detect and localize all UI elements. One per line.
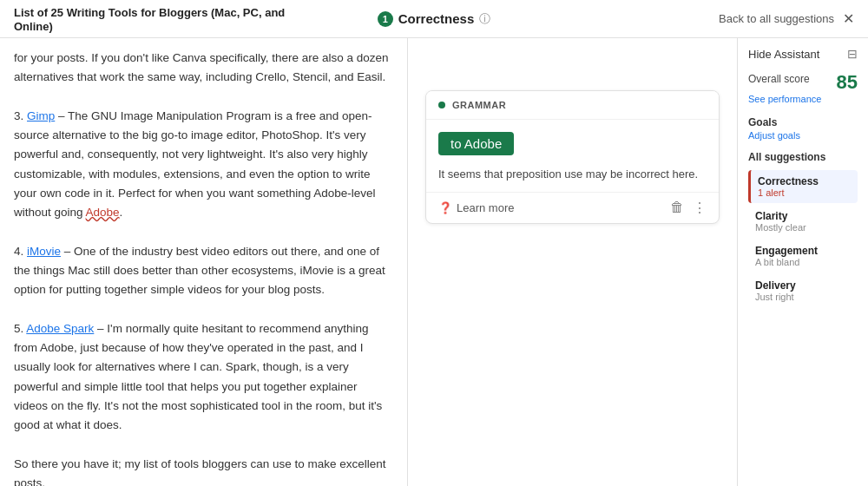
paragraph-4: 5. Adobe Spark – I'm normally quite hesi…: [14, 319, 393, 436]
suggestion-description: It seems that preposition use may be inc…: [438, 166, 707, 183]
top-bar: List of 25 Writing Tools for Bloggers (M…: [0, 0, 868, 38]
assistant-panel: Hide Assistant ⊟ Overall score 85 See pe…: [738, 38, 868, 486]
overall-score-label: Overall score: [748, 73, 810, 85]
suggestion-item-engagement[interactable]: Engagement A bit bland: [748, 240, 858, 273]
top-bar-center: 1 Correctness ⓘ: [294, 11, 575, 27]
suggestion-item-clarity[interactable]: Clarity Mostly clear: [748, 205, 858, 238]
document-panel: for your posts. If you don't like Canva …: [0, 38, 408, 486]
goals-label: Goals: [748, 116, 858, 128]
delete-icon[interactable]: 🗑: [670, 200, 684, 215]
paragraph-3: 4. iMovie – One of the industry best vid…: [14, 242, 393, 300]
clarity-item-label: Clarity: [755, 210, 851, 222]
delivery-item-label: Delivery: [755, 279, 851, 292]
document-title: List of 25 Writing Tools for Bloggers (M…: [14, 6, 285, 33]
suggestion-card-header: GRAMMAR: [426, 91, 719, 120]
top-bar-left: List of 25 Writing Tools for Bloggers (M…: [14, 5, 294, 33]
top-bar-right: Back to all suggestions ✕: [574, 12, 854, 26]
document-text: for your posts. If you don't like Canva …: [14, 49, 393, 486]
engagement-item-sub: A bit bland: [755, 257, 851, 267]
adjust-goals-link[interactable]: Adjust goals: [748, 130, 858, 141]
imovie-link[interactable]: iMovie: [27, 245, 61, 258]
hide-assistant-row: Hide Assistant ⊟: [748, 47, 858, 61]
paragraph-2: 3. Gimp – The GNU Image Manipulation Pro…: [14, 107, 393, 223]
overall-score-row: Overall score 85: [748, 73, 858, 92]
correctness-item-sub: 1 alert: [758, 187, 851, 198]
back-to-suggestions-link[interactable]: Back to all suggestions: [719, 12, 834, 25]
see-performance-link[interactable]: See performance: [748, 94, 858, 104]
suggestion-pill[interactable]: to Adobe: [438, 132, 514, 155]
correctness-label: Correctness: [398, 11, 475, 26]
gimp-link[interactable]: Gimp: [27, 109, 55, 122]
engagement-item-label: Engagement: [755, 245, 851, 257]
all-suggestions-label: All suggestions: [748, 151, 858, 163]
hide-icons: ⊟: [847, 47, 858, 61]
suggestion-card-footer: ❓ Learn more 🗑 ⋮: [426, 192, 719, 223]
card-actions: 🗑 ⋮: [670, 200, 707, 216]
main-content: for your posts. If you don't like Canva …: [0, 38, 868, 486]
adobe-spark-link[interactable]: Adobe Spark: [26, 322, 94, 335]
question-icon: ❓: [438, 201, 452, 214]
paragraph-1: for your posts. If you don't like Canva …: [14, 49, 393, 88]
layout-icon[interactable]: ⊟: [847, 47, 858, 61]
suggestion-detail-panel: GRAMMAR to Adobe It seems that prepositi…: [408, 38, 738, 486]
suggestion-item-correctness[interactable]: Correctness 1 alert: [748, 170, 858, 203]
suggestion-card-body: to Adobe It seems that preposition use m…: [426, 120, 719, 192]
delivery-item-sub: Just right: [755, 292, 851, 302]
correctness-item-label: Correctness: [758, 175, 851, 187]
grammar-label: GRAMMAR: [452, 100, 506, 110]
info-icon[interactable]: ⓘ: [479, 11, 490, 27]
overall-score-number: 85: [837, 73, 858, 92]
more-options-icon[interactable]: ⋮: [693, 200, 707, 216]
paragraph-5: So there you have it; my list of tools b…: [14, 455, 393, 486]
clarity-item-sub: Mostly clear: [755, 222, 851, 233]
hide-assistant-label[interactable]: Hide Assistant: [748, 48, 819, 61]
learn-more-button[interactable]: ❓ Learn more: [438, 201, 514, 214]
error-word: Adobe: [86, 206, 120, 219]
close-button[interactable]: ✕: [843, 12, 854, 26]
learn-more-label: Learn more: [457, 201, 514, 214]
grammar-dot: [438, 102, 445, 108]
suggestion-card: GRAMMAR to Adobe It seems that prepositi…: [425, 90, 720, 224]
correctness-badge: 1: [378, 11, 393, 27]
suggestion-item-delivery[interactable]: Delivery Just right: [748, 274, 858, 307]
